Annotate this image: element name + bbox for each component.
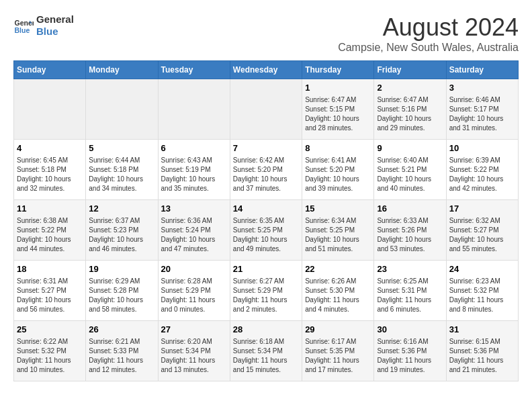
- day-info: Sunrise: 6:16 AMSunset: 5:36 PMDaylight:…: [377, 337, 443, 375]
- day-number: 16: [377, 203, 443, 215]
- calendar-cell: [158, 79, 230, 140]
- day-number: 23: [377, 263, 443, 275]
- day-number: 21: [233, 263, 299, 275]
- day-info: Sunrise: 6:34 AMSunset: 5:25 PMDaylight:…: [305, 216, 371, 254]
- day-info: Sunrise: 6:20 AMSunset: 5:34 PMDaylight:…: [161, 337, 227, 375]
- calendar-cell: 18Sunrise: 6:31 AMSunset: 5:27 PMDayligh…: [14, 261, 86, 321]
- calendar-cell: 9Sunrise: 6:40 AMSunset: 5:21 PMDaylight…: [374, 140, 446, 200]
- day-number: 11: [17, 203, 83, 215]
- calendar-cell: 12Sunrise: 6:37 AMSunset: 5:23 PMDayligh…: [86, 200, 158, 261]
- day-info: Sunrise: 6:47 AMSunset: 5:16 PMDaylight:…: [377, 95, 443, 133]
- week-row-5: 25Sunrise: 6:22 AMSunset: 5:32 PMDayligh…: [14, 321, 519, 381]
- calendar-cell: 7Sunrise: 6:42 AMSunset: 5:20 PMDaylight…: [230, 140, 302, 200]
- day-info: Sunrise: 6:36 AMSunset: 5:24 PMDaylight:…: [161, 216, 227, 254]
- day-number: 26: [89, 324, 154, 336]
- calendar-cell: 4Sunrise: 6:45 AMSunset: 5:18 PMDaylight…: [14, 140, 86, 200]
- day-info: Sunrise: 6:35 AMSunset: 5:25 PMDaylight:…: [233, 216, 299, 254]
- day-info: Sunrise: 6:46 AMSunset: 5:17 PMDaylight:…: [449, 95, 515, 133]
- logo-icon: General Blue: [13, 15, 34, 36]
- logo: General Blue General Blue: [13, 13, 74, 38]
- day-info: Sunrise: 6:32 AMSunset: 5:27 PMDaylight:…: [449, 216, 515, 254]
- day-info: Sunrise: 6:23 AMSunset: 5:32 PMDaylight:…: [449, 277, 515, 314]
- calendar-cell: 19Sunrise: 6:29 AMSunset: 5:28 PMDayligh…: [86, 261, 158, 321]
- day-info: Sunrise: 6:42 AMSunset: 5:20 PMDaylight:…: [233, 156, 299, 193]
- calendar-cell: 20Sunrise: 6:28 AMSunset: 5:29 PMDayligh…: [158, 261, 230, 321]
- calendar-cell: [86, 79, 158, 140]
- week-row-3: 11Sunrise: 6:38 AMSunset: 5:22 PMDayligh…: [14, 200, 519, 261]
- day-info: Sunrise: 6:27 AMSunset: 5:29 PMDaylight:…: [233, 277, 299, 314]
- calendar-table: SundayMondayTuesdayWednesdayThursdayFrid…: [13, 60, 519, 381]
- day-number: 24: [449, 263, 515, 275]
- day-info: Sunrise: 6:45 AMSunset: 5:18 PMDaylight:…: [17, 156, 83, 193]
- calendar-cell: 14Sunrise: 6:35 AMSunset: 5:25 PMDayligh…: [230, 200, 302, 261]
- day-info: Sunrise: 6:26 AMSunset: 5:30 PMDaylight:…: [305, 277, 371, 314]
- day-number: 27: [161, 324, 227, 336]
- day-number: 29: [305, 324, 371, 336]
- day-info: Sunrise: 6:25 AMSunset: 5:31 PMDaylight:…: [377, 277, 443, 314]
- day-info: Sunrise: 6:21 AMSunset: 5:33 PMDaylight:…: [89, 337, 154, 375]
- day-number: 22: [305, 263, 371, 275]
- day-info: Sunrise: 6:22 AMSunset: 5:32 PMDaylight:…: [17, 337, 83, 375]
- day-info: Sunrise: 6:31 AMSunset: 5:27 PMDaylight:…: [17, 277, 83, 314]
- week-row-1: 1Sunrise: 6:47 AMSunset: 5:15 PMDaylight…: [14, 79, 519, 140]
- day-number: 4: [17, 142, 83, 154]
- day-info: Sunrise: 6:40 AMSunset: 5:21 PMDaylight:…: [377, 156, 443, 193]
- calendar-cell: [14, 79, 86, 140]
- weekday-header-tuesday: Tuesday: [158, 61, 230, 79]
- day-info: Sunrise: 6:15 AMSunset: 5:36 PMDaylight:…: [449, 337, 515, 375]
- day-info: Sunrise: 6:29 AMSunset: 5:28 PMDaylight:…: [89, 277, 154, 314]
- day-info: Sunrise: 6:33 AMSunset: 5:26 PMDaylight:…: [377, 216, 443, 254]
- day-info: Sunrise: 6:41 AMSunset: 5:20 PMDaylight:…: [305, 156, 371, 193]
- day-number: 1: [305, 82, 371, 94]
- calendar-cell: 29Sunrise: 6:17 AMSunset: 5:35 PMDayligh…: [302, 321, 374, 381]
- calendar-cell: 3Sunrise: 6:46 AMSunset: 5:17 PMDaylight…: [446, 79, 518, 140]
- day-info: Sunrise: 6:28 AMSunset: 5:29 PMDaylight:…: [161, 277, 227, 314]
- weekday-header-monday: Monday: [86, 61, 158, 79]
- day-info: Sunrise: 6:37 AMSunset: 5:23 PMDaylight:…: [89, 216, 154, 254]
- calendar-cell: 22Sunrise: 6:26 AMSunset: 5:30 PMDayligh…: [302, 261, 374, 321]
- calendar-cell: 15Sunrise: 6:34 AMSunset: 5:25 PMDayligh…: [302, 200, 374, 261]
- day-number: 18: [17, 263, 83, 275]
- day-number: 28: [233, 324, 299, 336]
- week-row-2: 4Sunrise: 6:45 AMSunset: 5:18 PMDaylight…: [14, 140, 519, 200]
- day-number: 6: [161, 142, 227, 154]
- calendar-cell: 13Sunrise: 6:36 AMSunset: 5:24 PMDayligh…: [158, 200, 230, 261]
- day-info: Sunrise: 6:44 AMSunset: 5:18 PMDaylight:…: [89, 156, 154, 193]
- day-number: 3: [449, 82, 515, 94]
- calendar-cell: 31Sunrise: 6:15 AMSunset: 5:36 PMDayligh…: [446, 321, 518, 381]
- calendar-cell: 16Sunrise: 6:33 AMSunset: 5:26 PMDayligh…: [374, 200, 446, 261]
- calendar-cell: 26Sunrise: 6:21 AMSunset: 5:33 PMDayligh…: [86, 321, 158, 381]
- calendar-cell: 2Sunrise: 6:47 AMSunset: 5:16 PMDaylight…: [374, 79, 446, 140]
- title-section: August 2024 Campsie, New South Wales, Au…: [338, 13, 519, 54]
- weekday-header-friday: Friday: [374, 61, 446, 79]
- calendar-cell: [230, 79, 302, 140]
- day-info: Sunrise: 6:43 AMSunset: 5:19 PMDaylight:…: [161, 156, 227, 193]
- day-info: Sunrise: 6:17 AMSunset: 5:35 PMDaylight:…: [305, 337, 371, 375]
- main-title: August 2024: [338, 13, 519, 42]
- day-number: 17: [449, 203, 515, 215]
- day-number: 14: [233, 203, 299, 215]
- day-number: 5: [89, 142, 154, 154]
- svg-text:Blue: Blue: [15, 26, 30, 34]
- day-number: 31: [449, 324, 515, 336]
- calendar-cell: 23Sunrise: 6:25 AMSunset: 5:31 PMDayligh…: [374, 261, 446, 321]
- calendar-cell: 30Sunrise: 6:16 AMSunset: 5:36 PMDayligh…: [374, 321, 446, 381]
- calendar-cell: 10Sunrise: 6:39 AMSunset: 5:22 PMDayligh…: [446, 140, 518, 200]
- weekday-header-thursday: Thursday: [302, 61, 374, 79]
- calendar-cell: 1Sunrise: 6:47 AMSunset: 5:15 PMDaylight…: [302, 79, 374, 140]
- page-header: General Blue General Blue August 2024 Ca…: [13, 13, 519, 54]
- week-row-4: 18Sunrise: 6:31 AMSunset: 5:27 PMDayligh…: [14, 261, 519, 321]
- day-number: 12: [89, 203, 154, 215]
- weekday-header-sunday: Sunday: [14, 61, 86, 79]
- day-number: 13: [161, 203, 227, 215]
- calendar-cell: 24Sunrise: 6:23 AMSunset: 5:32 PMDayligh…: [446, 261, 518, 321]
- calendar-cell: 25Sunrise: 6:22 AMSunset: 5:32 PMDayligh…: [14, 321, 86, 381]
- day-number: 25: [17, 324, 83, 336]
- day-number: 19: [89, 263, 154, 275]
- weekday-header-wednesday: Wednesday: [230, 61, 302, 79]
- calendar-cell: 8Sunrise: 6:41 AMSunset: 5:20 PMDaylight…: [302, 140, 374, 200]
- day-number: 30: [377, 324, 443, 336]
- day-info: Sunrise: 6:47 AMSunset: 5:15 PMDaylight:…: [305, 95, 371, 133]
- calendar-cell: 28Sunrise: 6:18 AMSunset: 5:34 PMDayligh…: [230, 321, 302, 381]
- calendar-cell: 11Sunrise: 6:38 AMSunset: 5:22 PMDayligh…: [14, 200, 86, 261]
